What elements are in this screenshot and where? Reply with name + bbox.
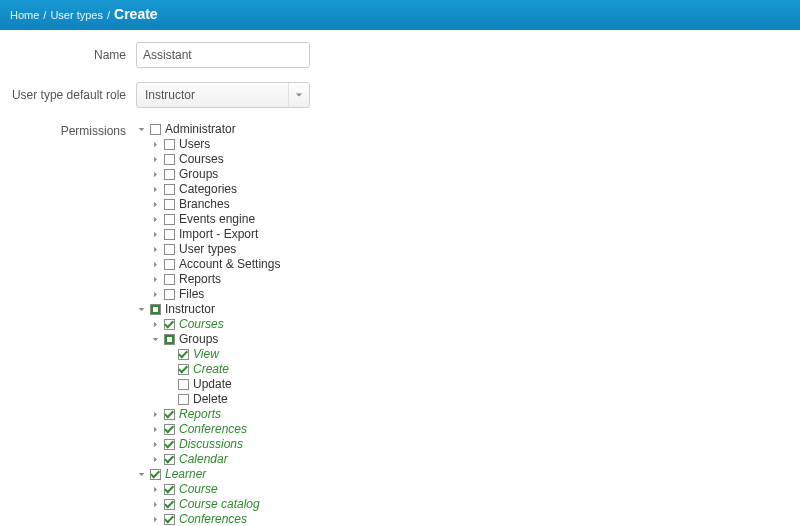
tree-node-label: Reports	[179, 272, 221, 287]
tree-node: InstructorCoursesGroupsViewCreateUpdateD…	[136, 302, 280, 467]
tree-checkbox[interactable]	[164, 274, 175, 285]
tree-checkbox[interactable]	[164, 229, 175, 240]
tree-toggle-open-icon[interactable]	[136, 305, 146, 315]
tree-node-label: User types	[179, 242, 236, 257]
row-role: User type default role Instructor	[10, 82, 790, 108]
tree-node: Calendar	[150, 452, 280, 467]
tree-toggle-closed-icon[interactable]	[150, 260, 160, 270]
tree-node-label: Reports	[179, 407, 221, 422]
tree-toggle-closed-icon[interactable]	[150, 185, 160, 195]
tree-node: User types	[150, 242, 280, 257]
tree-node-label: Users	[179, 137, 210, 152]
tree-toggle-closed-icon[interactable]	[150, 515, 160, 525]
tree-node: Account & Settings	[150, 257, 280, 272]
tree-checkbox[interactable]	[164, 199, 175, 210]
tree-node-label: Course catalog	[179, 497, 260, 512]
tree-node: Course catalog	[150, 497, 280, 512]
tree-checkbox[interactable]	[178, 364, 189, 375]
tree-checkbox[interactable]	[164, 514, 175, 525]
tree-toggle-closed-icon[interactable]	[150, 170, 160, 180]
tree-node: Files	[150, 287, 280, 302]
tree-node-label: Files	[179, 287, 204, 302]
tree-checkbox[interactable]	[164, 499, 175, 510]
tree-node: Courses	[150, 152, 280, 167]
tree-toggle-closed-icon[interactable]	[150, 425, 160, 435]
tree-node: Discussions	[150, 437, 280, 452]
breadcrumb-current: Create	[114, 6, 158, 22]
tree-toggle-closed-icon[interactable]	[150, 485, 160, 495]
tree-node: Reports	[150, 272, 280, 287]
tree-checkbox[interactable]	[164, 409, 175, 420]
role-label: User type default role	[10, 88, 136, 102]
tree-toggle-open-icon[interactable]	[136, 125, 146, 135]
tree-node: Create	[164, 362, 280, 377]
tree-checkbox[interactable]	[164, 169, 175, 180]
tree-toggle-closed-icon[interactable]	[150, 455, 160, 465]
tree-checkbox[interactable]	[178, 394, 189, 405]
tree-node-label: Import - Export	[179, 227, 258, 242]
tree-node-label: Events engine	[179, 212, 255, 227]
tree-toggle-closed-icon[interactable]	[150, 155, 160, 165]
role-select[interactable]: Instructor	[136, 82, 310, 108]
tree-checkbox[interactable]	[164, 289, 175, 300]
tree-checkbox[interactable]	[164, 154, 175, 165]
tree-toggle-closed-icon[interactable]	[150, 290, 160, 300]
tree-checkbox[interactable]	[178, 379, 189, 390]
tree-toggle-closed-icon[interactable]	[150, 230, 160, 240]
tree-checkbox[interactable]	[164, 484, 175, 495]
tree-toggle-closed-icon[interactable]	[150, 500, 160, 510]
permissions-label: Permissions	[10, 122, 136, 138]
tree-checkbox[interactable]	[150, 124, 161, 135]
tree-checkbox[interactable]	[164, 244, 175, 255]
tree-node-label: Categories	[179, 182, 237, 197]
tree-node: Delete	[164, 392, 280, 407]
tree-checkbox[interactable]	[164, 259, 175, 270]
tree-node-label: Instructor	[165, 302, 215, 317]
form: Name User type default role Instructor P…	[0, 30, 800, 526]
tree-node-label: Groups	[179, 167, 218, 182]
tree-node-label: Conferences	[179, 422, 247, 437]
tree-toggle-closed-icon[interactable]	[150, 275, 160, 285]
tree-toggle-closed-icon[interactable]	[150, 245, 160, 255]
tree-toggle-closed-icon[interactable]	[150, 200, 160, 210]
tree-checkbox[interactable]	[164, 184, 175, 195]
tree-node: Conferences	[150, 422, 280, 437]
tree-node: Course	[150, 482, 280, 497]
tree-checkbox[interactable]	[164, 139, 175, 150]
tree-node-label: Administrator	[165, 122, 236, 137]
tree-toggle-closed-icon[interactable]	[150, 140, 160, 150]
tree-checkbox[interactable]	[164, 319, 175, 330]
name-input[interactable]	[136, 42, 310, 68]
tree-node-label: Course	[179, 482, 218, 497]
permissions-tree: AdministratorUsersCoursesGroupsCategorie…	[136, 122, 280, 526]
tree-node-label: Create	[193, 362, 229, 377]
tree-node-label: Courses	[179, 317, 224, 332]
tree-node: GroupsViewCreateUpdateDelete	[150, 332, 280, 407]
tree-checkbox[interactable]	[164, 334, 175, 345]
tree-node: Reports	[150, 407, 280, 422]
tree-node: Conferences	[150, 512, 280, 526]
tree-toggle-closed-icon[interactable]	[150, 440, 160, 450]
tree-toggle-closed-icon[interactable]	[150, 410, 160, 420]
tree-checkbox[interactable]	[178, 349, 189, 360]
tree-checkbox[interactable]	[150, 469, 161, 480]
tree-toggle-open-icon[interactable]	[150, 335, 160, 345]
tree-node: LearnerCourseCourse catalogConferencesDi…	[136, 467, 280, 526]
tree-checkbox[interactable]	[164, 424, 175, 435]
breadcrumb-home[interactable]: Home	[10, 9, 39, 21]
tree-toggle-closed-icon[interactable]	[150, 320, 160, 330]
row-permissions: Permissions AdministratorUsersCoursesGro…	[10, 122, 790, 526]
chevron-down-icon	[288, 83, 309, 107]
tree-checkbox[interactable]	[164, 214, 175, 225]
tree-checkbox[interactable]	[150, 304, 161, 315]
tree-node: Update	[164, 377, 280, 392]
tree-toggle-open-icon[interactable]	[136, 470, 146, 480]
tree-checkbox[interactable]	[164, 439, 175, 450]
tree-toggle-closed-icon[interactable]	[150, 215, 160, 225]
tree-node: Users	[150, 137, 280, 152]
breadcrumb-sep: /	[43, 9, 46, 21]
tree-node: Courses	[150, 317, 280, 332]
breadcrumb-user-types[interactable]: User types	[50, 9, 103, 21]
tree-checkbox[interactable]	[164, 454, 175, 465]
tree-node-label: Courses	[179, 152, 224, 167]
